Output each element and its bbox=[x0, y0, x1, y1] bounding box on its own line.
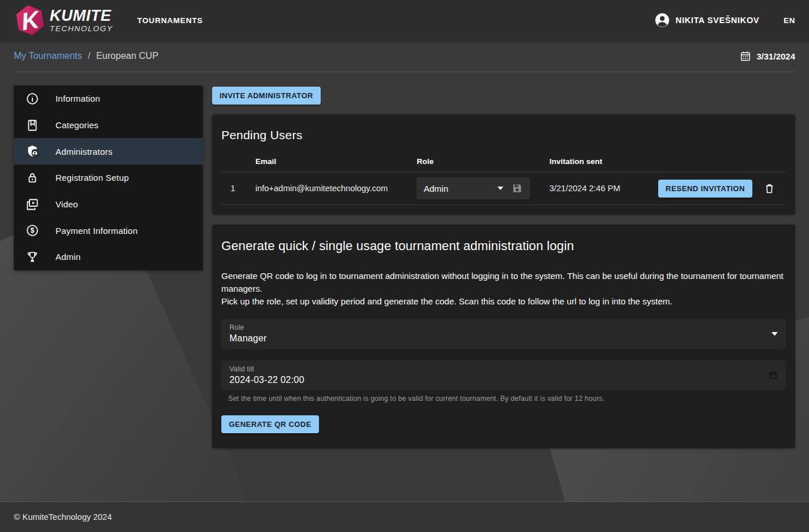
resend-invitation-button[interactable]: RESEND INVITATION bbox=[658, 180, 752, 198]
breadcrumb-current: European CUP bbox=[96, 51, 158, 61]
valid-till-field[interactable]: Valid till 2024-03-22 02:00 bbox=[221, 360, 786, 390]
breadcrumb: My Tournaments / European CUP 3/31/2024 bbox=[14, 40, 795, 72]
main-content: INVITE ADMINISTRATOR Pending Users Email… bbox=[212, 87, 795, 448]
sidebar-item-information[interactable]: Information bbox=[14, 85, 203, 112]
description-line-2: Pick up the role, set up validity period… bbox=[221, 295, 786, 308]
dollar-circle-icon: $ bbox=[25, 224, 39, 237]
info-icon bbox=[25, 92, 39, 106]
user-menu[interactable]: NIKITA SVEŠNIKOV bbox=[655, 13, 759, 28]
nav-tournaments[interactable]: TOURNAMENTS bbox=[138, 16, 203, 25]
sidebar-item-registration-setup[interactable]: Registration Setup bbox=[14, 165, 203, 191]
generate-login-title: Generate quick / single usage tournament… bbox=[221, 234, 786, 255]
bookmark-icon bbox=[25, 118, 39, 132]
user-name: NIKITA SVEŠNIKOV bbox=[676, 16, 759, 25]
svg-text:$: $ bbox=[31, 227, 35, 235]
role-select[interactable]: Admin bbox=[417, 177, 530, 199]
sidebar-label: Administrators bbox=[55, 147, 113, 157]
tournament-settings-sidebar: Information Categories Administrators bbox=[14, 85, 203, 270]
sidebar-label: Admin bbox=[55, 252, 81, 262]
brand-logo[interactable]: K KUMITE TECHNOLOGY bbox=[14, 3, 113, 37]
chevron-down-icon bbox=[498, 187, 503, 190]
role-select-value: Admin bbox=[424, 184, 448, 194]
column-actions bbox=[649, 151, 786, 172]
description-line-1: Generate QR code to log in to tournament… bbox=[221, 270, 786, 295]
calendar-icon bbox=[740, 50, 751, 62]
sidebar-label: Information bbox=[55, 94, 100, 103]
invite-administrator-button[interactable]: INVITE ADMINISTRATOR bbox=[212, 87, 321, 105]
sidebar-item-categories[interactable]: Categories bbox=[14, 112, 203, 139]
valid-till-helper: Set the time until when this authenticat… bbox=[228, 395, 786, 403]
row-invitation-sent: 3/21/2024 2:46 PM bbox=[540, 172, 649, 205]
brand-subtitle: TECHNOLOGY bbox=[50, 25, 113, 33]
sidebar-item-administrators[interactable]: Administrators bbox=[14, 138, 203, 165]
video-library-icon bbox=[25, 198, 39, 211]
table-header-row: Email Role Invitation sent bbox=[221, 151, 786, 172]
pending-users-card: Pending Users Email Role Invitation sent… bbox=[212, 114, 795, 214]
footer: © KumiteTechnology 2024 bbox=[0, 501, 809, 532]
sidebar-label: Categories bbox=[55, 120, 99, 130]
trash-icon bbox=[763, 183, 775, 195]
sidebar-label: Payment Information bbox=[55, 226, 138, 236]
generate-login-description: Generate QR code to log in to tournament… bbox=[221, 270, 786, 307]
sidebar-item-payment-information[interactable]: $ Payment Information bbox=[14, 217, 203, 244]
valid-till-value: 2024-03-22 02:00 bbox=[229, 375, 778, 385]
delete-invitation-button[interactable] bbox=[762, 181, 777, 196]
admin-shield-icon bbox=[25, 144, 39, 158]
account-circle-icon bbox=[655, 13, 670, 28]
column-index bbox=[221, 151, 246, 172]
date-picker-icon[interactable] bbox=[769, 371, 778, 380]
valid-till-label: Valid till bbox=[229, 365, 778, 373]
sidebar-item-video[interactable]: Video bbox=[14, 191, 203, 218]
column-email: Email bbox=[246, 151, 407, 172]
row-index: 1 bbox=[221, 172, 246, 205]
row-email: info+admin@kumitetechnology.com bbox=[246, 172, 407, 205]
save-role-icon[interactable] bbox=[511, 183, 523, 194]
top-app-bar: K KUMITE TECHNOLOGY TOURNAMENTS NIKITA S… bbox=[0, 0, 809, 40]
sidebar-item-admin[interactable]: Admin bbox=[14, 244, 203, 270]
column-role: Role bbox=[407, 151, 540, 172]
breadcrumb-link-my-tournaments[interactable]: My Tournaments bbox=[14, 51, 82, 61]
pending-users-title: Pending Users bbox=[221, 124, 786, 146]
generate-login-card: Generate quick / single usage tournament… bbox=[212, 225, 795, 448]
role-field-value: Manager bbox=[229, 333, 778, 344]
brand-name: KUMITE bbox=[50, 8, 113, 24]
tournament-date: 3/31/2024 bbox=[740, 50, 795, 62]
language-switcher[interactable]: EN bbox=[784, 16, 795, 25]
copyright-text: © KumiteTechnology 2024 bbox=[14, 512, 112, 522]
lock-icon bbox=[25, 171, 39, 185]
pending-users-table: Email Role Invitation sent 1 info+admin@… bbox=[221, 151, 786, 205]
role-field-label: Role bbox=[229, 323, 778, 332]
tournament-date-value: 3/31/2024 bbox=[756, 51, 795, 61]
role-field[interactable]: Role Manager bbox=[221, 319, 786, 349]
kumite-hexagon-logo-icon: K bbox=[14, 3, 46, 37]
breadcrumb-separator: / bbox=[88, 51, 90, 61]
generate-qr-code-button[interactable]: GENERATE QR CODE bbox=[221, 415, 319, 433]
sidebar-label: Registration Setup bbox=[55, 173, 129, 183]
sidebar-label: Video bbox=[55, 199, 78, 209]
row-role-cell: Admin bbox=[407, 172, 540, 205]
chevron-down-icon bbox=[771, 332, 778, 336]
table-row: 1 info+admin@kumitetechnology.com Admin bbox=[221, 172, 786, 205]
column-invitation-sent: Invitation sent bbox=[540, 151, 649, 172]
row-actions: RESEND INVITATION bbox=[649, 172, 786, 205]
trophy-icon bbox=[25, 250, 39, 264]
